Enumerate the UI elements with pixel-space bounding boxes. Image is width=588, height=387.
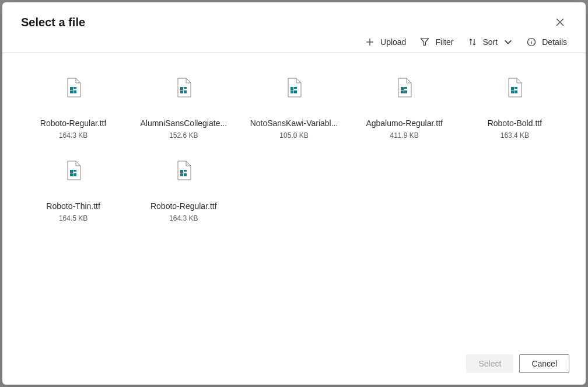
close-button[interactable] [553,15,567,29]
file-type-icon [176,161,191,180]
file-name: Roboto-Bold.ttf [488,118,542,128]
file-grid: Roboto-Regular.ttf164.3 KBAlumniSansColl… [2,53,586,346]
file-item[interactable]: AlumniSansCollegiate...152.6 KB [131,69,236,143]
filter-icon [420,37,429,47]
file-size: 105.0 KB [279,131,308,140]
filter-button[interactable]: Filter [420,37,453,47]
toolbar: Upload Filter Sort Details [2,29,586,53]
file-name: Roboto-Regular.ttf [40,118,107,128]
svg-rect-24 [511,87,514,90]
details-button[interactable]: Details [527,37,567,47]
file-size: 152.6 KB [169,131,198,140]
details-label: Details [542,37,567,47]
file-picker-dialog: Select a file Upload Filter Sort [2,2,586,385]
file-name: Agbalumo-Regular.ttf [366,118,443,128]
file-type-icon [176,78,191,97]
file-name: Roboto-Thin.ttf [46,201,100,211]
file-name: Roboto-Regular.ttf [150,201,217,211]
svg-rect-35 [184,173,187,176]
svg-rect-21 [404,87,407,89]
upload-button[interactable]: Upload [365,37,406,47]
svg-rect-17 [294,87,297,89]
svg-rect-27 [514,90,517,93]
file-size: 164.3 KB [59,131,88,140]
chevron-down-icon [503,37,513,47]
svg-rect-16 [290,87,293,90]
file-size: 164.3 KB [169,214,198,222]
dialog-header: Select a file [2,2,586,29]
file-size: 411.9 KB [390,131,419,140]
svg-rect-12 [180,87,183,90]
sort-button[interactable]: Sort [468,37,513,47]
svg-rect-20 [401,87,404,90]
svg-rect-28 [70,170,73,173]
svg-rect-23 [404,90,407,93]
file-type-icon [397,78,412,97]
file-type-icon [66,78,81,97]
svg-rect-15 [184,90,187,93]
file-item[interactable]: Roboto-Bold.ttf163.4 KB [463,69,567,143]
file-item[interactable]: Agbalumo-Regular.ttf411.9 KB [352,69,457,143]
upload-label: Upload [380,37,406,47]
dialog-footer: Select Cancel [2,346,586,385]
svg-rect-33 [184,170,187,172]
close-icon [556,18,564,26]
file-type-icon [286,78,302,97]
svg-rect-22 [401,90,404,93]
file-type-icon [66,161,81,180]
select-button: Select [466,354,513,373]
file-item[interactable]: Roboto-Thin.ttf164.5 KB [21,152,125,226]
svg-rect-19 [294,90,297,93]
svg-rect-10 [70,90,73,93]
info-icon [527,37,536,47]
svg-rect-29 [74,170,76,172]
file-name: NotoSansKawi-Variabl... [250,118,338,128]
cancel-button[interactable]: Cancel [519,354,569,373]
svg-rect-8 [70,87,73,90]
svg-rect-13 [184,87,187,89]
svg-marker-4 [421,39,429,46]
file-name: AlumniSansCollegiate... [140,118,227,128]
svg-rect-11 [74,90,76,93]
file-type-icon [507,78,522,97]
file-size: 164.5 KB [59,214,88,222]
svg-rect-18 [290,90,293,93]
svg-rect-34 [180,173,183,176]
dialog-title: Select a file [21,16,85,29]
sort-icon [468,37,477,47]
svg-rect-9 [74,87,76,89]
file-item[interactable]: NotoSansKawi-Variabl...105.0 KB [242,69,346,143]
file-size: 163.4 KB [501,131,529,140]
file-item[interactable]: Roboto-Regular.ttf164.3 KB [21,69,125,143]
svg-rect-14 [180,90,183,93]
plus-icon [365,37,374,47]
file-item[interactable]: Roboto-Regular.ttf164.3 KB [131,152,236,226]
svg-rect-31 [74,173,76,176]
svg-rect-25 [514,87,517,89]
svg-rect-32 [180,170,183,173]
svg-rect-26 [511,90,514,93]
filter-label: Filter [435,37,453,47]
sort-label: Sort [483,37,498,47]
svg-rect-30 [70,173,73,176]
